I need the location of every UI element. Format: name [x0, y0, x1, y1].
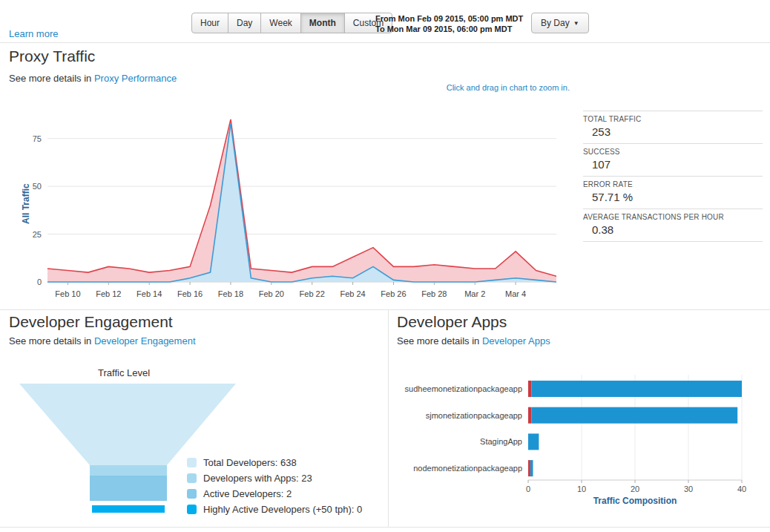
svg-text:75: 75: [33, 134, 42, 143]
svg-text:Feb 22: Feb 22: [300, 289, 325, 298]
learn-more-link[interactable]: Learn more: [9, 28, 58, 39]
svg-text:Mar 2: Mar 2: [464, 289, 485, 298]
stat-value: 253: [583, 125, 763, 138]
svg-text:30: 30: [684, 485, 693, 493]
funnel-legend: Total Developers: 638 Developers with Ap…: [187, 458, 362, 520]
traffic-stats-panel: TOTAL TRAFFIC 253 SUCCESS 107 ERROR RATE…: [583, 111, 763, 242]
svg-text:Feb 16: Feb 16: [177, 289, 203, 298]
developer-engagement-title: Developer Engagement: [9, 313, 173, 331]
svg-text:Mar 4: Mar 4: [505, 289, 526, 298]
legend-item: Developers with Apps: 23: [187, 473, 362, 483]
legend-swatch: [187, 505, 197, 514]
date-range-text: From Mon Feb 09 2015, 05:00 pm MDT To Mo…: [375, 13, 523, 34]
date-range-to: To Mon Mar 09 2015, 06:00 pm MDT: [375, 24, 523, 34]
developer-engagement-details: See more details in Developer Engagement: [9, 335, 196, 347]
range-week-button[interactable]: Week: [260, 13, 300, 33]
legend-swatch: [187, 473, 197, 483]
stat-total-traffic: TOTAL TRAFFIC 253: [583, 111, 763, 144]
developer-apps-title: Developer Apps: [397, 313, 507, 331]
legend-item: Total Developers: 638: [187, 458, 362, 467]
bottom-divider: [0, 527, 770, 528]
svg-text:Feb 10: Feb 10: [55, 289, 80, 298]
stat-avg-tph: AVERAGE TRANSACTIONS PER HOUR 0.38: [583, 209, 763, 242]
stat-label: AVERAGE TRANSACTIONS PER HOUR: [583, 213, 763, 221]
funnel-title: Traffic Level: [98, 367, 150, 378]
svg-text:sjmonetizationpackageapp: sjmonetizationpackageapp: [426, 411, 522, 420]
stat-value: 0.38: [583, 223, 763, 236]
svg-text:Feb 12: Feb 12: [96, 289, 121, 298]
proxy-traffic-title: Proxy Traffic: [9, 47, 95, 65]
range-month-button[interactable]: Month: [300, 13, 345, 33]
legend-swatch: [187, 458, 197, 467]
svg-text:StagingApp: StagingApp: [480, 437, 522, 446]
developer-apps-details: See more details in Developer Apps: [397, 335, 550, 347]
caret-down-icon: ▼: [573, 20, 579, 27]
svg-text:Feb 18: Feb 18: [218, 289, 243, 298]
analytics-dashboard: Learn more Hour Day Week Month Custom Fr…: [0, 0, 770, 532]
svg-text:Feb 26: Feb 26: [381, 289, 406, 298]
date-range-from: From Mon Feb 09 2015, 05:00 pm MDT: [375, 13, 523, 24]
svg-text:Feb 24: Feb 24: [340, 289, 365, 298]
developer-engagement-link[interactable]: Developer Engagement: [94, 335, 196, 347]
details-prefix: See more details in: [9, 335, 91, 347]
legend-label: Highly Active Developers (+50 tph): 0: [203, 504, 362, 515]
group-by-label: By Day: [541, 18, 570, 28]
developer-apps-chart: sudheemonetizationpackageappsjmonetizati…: [395, 369, 763, 508]
svg-text:Feb 20: Feb 20: [259, 289, 284, 298]
mid-divider: [0, 309, 770, 310]
svg-text:nodemonetizationpackageapp: nodemonetizationpackageapp: [413, 464, 522, 473]
proxy-traffic-details: See more details in Proxy Performance: [9, 73, 177, 84]
legend-swatch: [187, 489, 197, 499]
proxy-performance-link[interactable]: Proxy Performance: [94, 73, 177, 84]
svg-text:0: 0: [526, 485, 530, 493]
developer-apps-link[interactable]: Developer Apps: [482, 335, 550, 347]
stat-label: ERROR RATE: [583, 180, 763, 188]
svg-text:10: 10: [577, 485, 586, 493]
vertical-divider: [388, 309, 389, 527]
chart-zoom-hint: Click and drag in chart to zoom in.: [447, 83, 570, 92]
legend-label: Developers with Apps: 23: [203, 473, 312, 484]
group-by-dropdown[interactable]: By Day▼: [531, 13, 589, 33]
details-prefix: See more details in: [397, 335, 479, 347]
stat-label: SUCCESS: [583, 148, 763, 156]
svg-text:20: 20: [631, 485, 639, 493]
stat-error-rate: ERROR RATE 57.71 %: [583, 177, 763, 209]
svg-text:Traffic Composition: Traffic Composition: [593, 496, 677, 506]
svg-text:25: 25: [33, 230, 42, 239]
svg-text:sudheemonetizationpackageapp: sudheemonetizationpackageapp: [405, 384, 522, 393]
svg-text:50: 50: [33, 182, 42, 191]
legend-item: Highly Active Developers (+50 tph): 0: [187, 505, 362, 514]
svg-text:Feb 28: Feb 28: [421, 289, 447, 298]
stat-label: TOTAL TRAFFIC: [583, 115, 763, 123]
svg-text:0: 0: [37, 278, 42, 286]
proxy-traffic-chart[interactable]: 0255075Feb 10Feb 12Feb 14Feb 16Feb 18Feb…: [13, 102, 571, 304]
details-prefix: See more details in: [9, 73, 91, 84]
range-hour-button[interactable]: Hour: [191, 13, 228, 33]
stat-value: 57.71 %: [583, 191, 763, 203]
svg-text:40: 40: [737, 485, 746, 493]
legend-label: Total Developers: 638: [203, 457, 297, 468]
legend-item: Active Developers: 2: [187, 489, 362, 499]
stat-value: 107: [583, 158, 763, 171]
svg-text:Feb 14: Feb 14: [136, 289, 162, 298]
top-divider: [0, 42, 770, 43]
time-range-button-group: Hour Day Week Month Custom: [191, 13, 392, 33]
range-day-button[interactable]: Day: [228, 13, 261, 33]
legend-label: Active Developers: 2: [203, 488, 292, 499]
stat-success: SUCCESS 107: [583, 144, 763, 177]
